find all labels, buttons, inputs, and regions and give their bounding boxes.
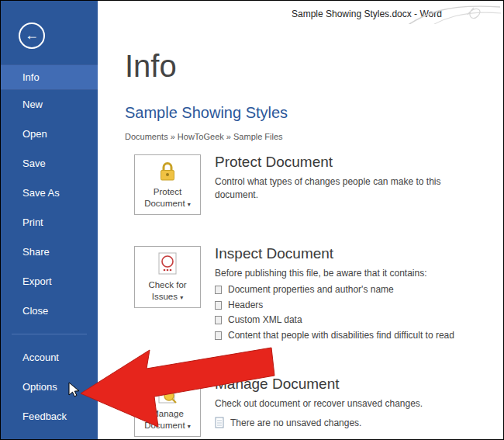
document-title: Sample Showing Styles — [125, 104, 288, 122]
unsaved-changes-note: There are no unsaved changes. — [215, 417, 482, 428]
document-bullet-icon — [215, 316, 222, 324]
list-item: Headers — [215, 300, 463, 312]
word-backstage-window: Sample Showing Styles.docx - Word ← Info… — [0, 0, 504, 440]
lock-icon — [156, 160, 179, 183]
protect-button-label: Protect Document ▾ — [138, 186, 197, 210]
back-arrow-icon: ← — [25, 28, 39, 42]
sidebar-item-share[interactable]: Share — [1, 237, 98, 267]
list-item: Document properties and author's name — [215, 284, 463, 296]
document-bullet-icon — [215, 331, 222, 340]
inspect-issues-list: Document properties and author's name He… — [215, 284, 482, 341]
backstage-sidebar: ← Info New Open Save Save As Print Share… — [1, 1, 98, 439]
inspect-document-icon — [156, 251, 179, 276]
sidebar-item-feedback[interactable]: Feedback — [1, 402, 98, 431]
inspect-description: Before publishing this file, be aware th… — [215, 267, 482, 280]
manage-button-label: Manage Document ▾ — [138, 408, 197, 431]
inspect-document-section: Check for Issues ▾ Inspect Document Befo… — [134, 246, 482, 345]
document-bullet-icon — [215, 286, 222, 294]
list-item: Custom XML data — [215, 314, 463, 327]
manage-heading: Manage Document — [215, 376, 482, 393]
manage-document-button[interactable]: Manage Document ▾ — [134, 376, 201, 437]
sidebar-item-account[interactable]: Account — [1, 343, 98, 372]
check-for-issues-button[interactable]: Check for Issues ▾ — [134, 246, 201, 308]
protect-document-section: Protect Document ▾ Protect Document Cont… — [134, 154, 482, 215]
title-bar: Sample Showing Styles.docx - Word — [98, 1, 503, 24]
sidebar-item-print[interactable]: Print — [1, 208, 98, 237]
inspect-heading: Inspect Document — [215, 246, 482, 262]
info-page: Info Sample Showing Styles Documents » H… — [98, 24, 503, 439]
protect-heading: Protect Document — [215, 154, 482, 171]
list-item: Content that people with disabilities fi… — [215, 330, 463, 342]
document-icon — [215, 417, 224, 428]
back-button[interactable]: ← — [19, 23, 45, 49]
manage-document-section: Manage Document ▾ Manage Document Check … — [134, 376, 482, 437]
sidebar-item-options[interactable]: Options — [1, 372, 98, 402]
sidebar-item-new[interactable]: New — [1, 90, 98, 120]
manage-document-icon — [156, 382, 179, 405]
page-title: Info — [125, 49, 177, 84]
sidebar-separator — [1, 326, 98, 343]
manage-description: Check out document or recover unsaved ch… — [215, 397, 482, 411]
sidebar-item-close[interactable]: Close — [1, 296, 98, 326]
protect-description: Control what types of changes people can… — [215, 175, 482, 203]
dropdown-caret-icon: ▾ — [188, 423, 191, 430]
sidebar-item-open[interactable]: Open — [1, 120, 98, 149]
breadcrumb: Documents » HowToGeek » Sample Files — [125, 132, 283, 141]
dropdown-caret-icon: ▾ — [188, 201, 191, 208]
sidebar-item-save-as[interactable]: Save As — [1, 178, 98, 208]
check-for-issues-label: Check for Issues ▾ — [138, 279, 197, 303]
sidebar-item-info[interactable]: Info — [1, 64, 98, 90]
dropdown-caret-icon: ▾ — [180, 294, 183, 301]
sidebar-item-export[interactable]: Export — [1, 267, 98, 296]
backstage-nav: Info New Open Save Save As Print Share E… — [1, 64, 98, 431]
protect-document-button[interactable]: Protect Document ▾ — [134, 154, 201, 215]
sidebar-item-save[interactable]: Save — [1, 149, 98, 178]
document-bullet-icon — [215, 301, 222, 310]
